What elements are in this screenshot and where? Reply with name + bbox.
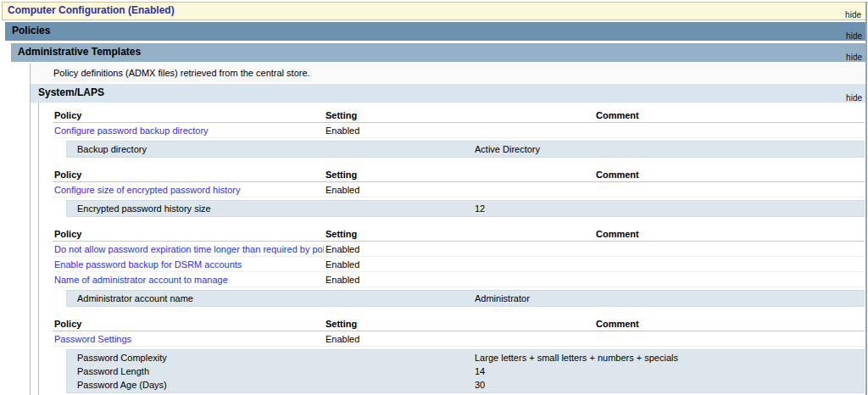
setting-cell: Enabled [324, 242, 594, 257]
subsetting-value: 14 [465, 364, 864, 378]
section-header-administrative-templates: Administrative Templates hide [11, 43, 866, 62]
comment-column-header: Comment [594, 108, 865, 123]
policy-cell: Configure size of encrypted password his… [53, 182, 324, 198]
policies-title: Policies [12, 25, 50, 36]
subsettings-block: Backup directoryActive Directory [66, 141, 865, 158]
subsetting-row: Administrator account nameAdministrator [67, 292, 864, 305]
policy-row: Name of administrator account to manageE… [53, 272, 865, 287]
subsetting-name: Password Length [67, 364, 465, 378]
setting-cell: Enabled [324, 123, 594, 138]
comment-cell [594, 272, 865, 287]
comment-column-header: Comment [594, 168, 865, 182]
subsetting-name: Encrypted password history size [67, 202, 465, 215]
administrative-templates-container: Policy definitions (ADMX files) retrieve… [30, 64, 866, 395]
setting-column-header: Setting [324, 227, 594, 242]
policy-row: Configure size of encrypted password his… [53, 182, 865, 198]
comment-column-header: Comment [594, 317, 865, 331]
setting-cell: Enabled [324, 257, 594, 272]
system-laps-title: System/LAPS [38, 86, 104, 98]
comment-cell [594, 331, 865, 347]
policy-row: Enable password backup for DSRM accounts… [53, 257, 865, 272]
subsetting-value: Large letters + small letters + numbers … [465, 351, 864, 364]
system-laps-container: PolicySettingCommentConfigure password b… [38, 103, 866, 395]
subsettings-block: Administrator account nameAdministrator [66, 290, 865, 307]
policy-group: PolicySettingCommentConfigure size of en… [53, 168, 865, 217]
subsetting-row: Password Length14 [67, 364, 864, 378]
subsetting-row: Password ComplexityLarge letters + small… [67, 351, 864, 364]
policy-cell: Do not allow password expiration time lo… [53, 242, 324, 257]
policy-column-header: Policy [53, 317, 324, 331]
policy-link[interactable]: Enable password backup for DSRM accounts [54, 259, 242, 270]
policy-column-header: Policy [53, 108, 324, 123]
subsettings-block: Password ComplexityLarge letters + small… [66, 349, 865, 393]
subsetting-row: Password Age (Days)30 [67, 378, 864, 392]
setting-cell: Enabled [324, 272, 594, 287]
subsettings-block: Encrypted password history size12 [66, 200, 865, 217]
subsetting-name: Administrator account name [67, 292, 465, 305]
administrative-templates-title: Administrative Templates [18, 46, 141, 58]
policy-cell: Name of administrator account to manage [53, 272, 324, 287]
setting-column-header: Setting [324, 108, 594, 123]
hide-link-computer-configuration[interactable]: hide [845, 10, 861, 19]
policy-table: PolicySettingCommentPassword SettingsEna… [53, 317, 865, 347]
policy-row: Configure password backup directoryEnabl… [53, 123, 865, 138]
policy-link[interactable]: Name of administrator account to manage [54, 275, 228, 285]
policy-group: PolicySettingCommentPassword SettingsEna… [53, 317, 865, 393]
policy-cell: Password Settings [53, 331, 324, 347]
setting-cell: Enabled [324, 182, 594, 198]
subsetting-value: 12 [465, 202, 864, 215]
comment-column-header: Comment [594, 227, 865, 242]
policy-link[interactable]: Password Settings [54, 334, 131, 344]
setting-column-header: Setting [324, 317, 594, 331]
policy-group: PolicySettingCommentDo not allow passwor… [53, 227, 865, 307]
comment-cell [594, 182, 865, 198]
policy-row: Password SettingsEnabled [53, 331, 865, 347]
policy-groups: PolicySettingCommentConfigure password b… [53, 108, 865, 393]
computer-configuration-container: Policies hide Administrative Templates h… [5, 22, 866, 395]
window-right-edge [865, 2, 867, 395]
policy-table-header-row: PolicySettingComment [53, 317, 865, 331]
subsetting-name: Password Age (Days) [67, 378, 465, 392]
subsetting-name: Backup directory [67, 142, 465, 156]
policy-column-header: Policy [53, 168, 324, 182]
policy-row: Do not allow password expiration time lo… [53, 242, 865, 257]
policy-table: PolicySettingCommentConfigure password b… [53, 108, 865, 138]
policy-cell: Enable password backup for DSRM accounts [53, 257, 324, 272]
policy-link[interactable]: Configure password backup directory [54, 125, 209, 136]
admx-central-store-note: Policy definitions (ADMX files) retrieve… [31, 64, 866, 82]
comment-cell [594, 242, 865, 257]
section-header-policies: Policies hide [5, 22, 866, 41]
policy-link[interactable]: Configure size of encrypted password his… [54, 185, 241, 195]
section-header-system-laps: System/LAPS hide [31, 84, 866, 103]
policy-table: PolicySettingCommentDo not allow passwor… [53, 227, 865, 287]
section-header-computer-configuration: Computer Configuration (Enabled) hide [2, 2, 866, 20]
subsetting-name: Password Complexity [67, 351, 465, 364]
setting-cell: Enabled [324, 331, 594, 347]
policy-table-header-row: PolicySettingComment [53, 108, 865, 123]
policy-table-header-row: PolicySettingComment [53, 168, 865, 182]
hide-link-administrative-templates[interactable]: hide [846, 53, 862, 62]
policies-container: Administrative Templates hide Policy def… [11, 43, 866, 395]
policy-table: PolicySettingCommentConfigure size of en… [53, 168, 865, 198]
subsetting-row: Backup directoryActive Directory [67, 142, 864, 156]
policy-column-header: Policy [53, 227, 324, 242]
subsetting-row: Encrypted password history size12 [67, 202, 864, 215]
hide-link-policies[interactable]: hide [846, 31, 862, 41]
setting-column-header: Setting [324, 168, 594, 182]
subsetting-value: Administrator [465, 292, 864, 305]
comment-cell [594, 123, 865, 138]
policy-table-header-row: PolicySettingComment [53, 227, 865, 242]
subsetting-value: Active Directory [465, 142, 864, 156]
hide-link-system-laps[interactable]: hide [846, 93, 862, 103]
subsetting-value: 30 [465, 378, 864, 392]
gpo-results-report: Computer Configuration (Enabled) hide Po… [0, 2, 868, 395]
comment-cell [594, 257, 865, 272]
policy-cell: Configure password backup directory [53, 123, 324, 138]
policy-link[interactable]: Do not allow password expiration time lo… [54, 244, 324, 254]
computer-configuration-title: Computer Configuration (Enabled) [8, 4, 175, 16]
policy-group: PolicySettingCommentConfigure password b… [53, 108, 865, 158]
